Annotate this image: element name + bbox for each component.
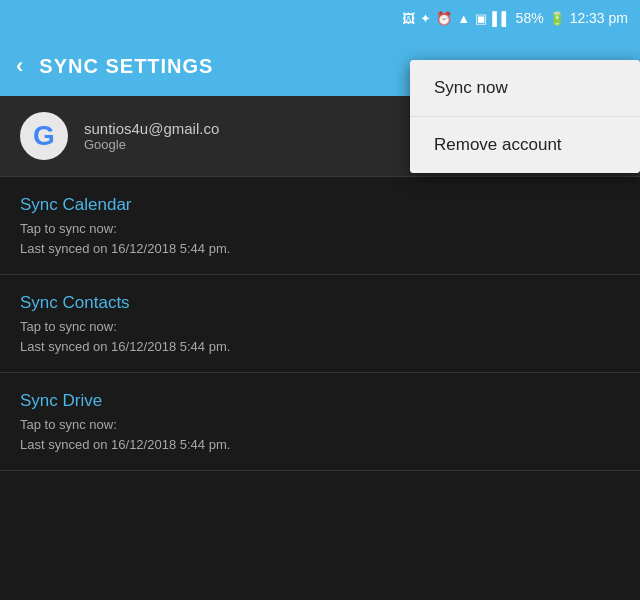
- account-type: Google: [84, 137, 219, 152]
- sync-drive-last: Last synced on 16/12/2018 5:44 pm.: [20, 435, 620, 455]
- sync-drive-item[interactable]: Sync Drive Tap to sync now: Last synced …: [0, 373, 640, 471]
- alarm-icon: ⏰: [436, 11, 452, 26]
- sync-calendar-item[interactable]: Sync Calendar Tap to sync now: Last sync…: [0, 177, 640, 275]
- signal-icon: ▌▌: [492, 11, 510, 26]
- sync-calendar-title: Sync Calendar: [20, 195, 620, 215]
- sync-calendar-last: Last synced on 16/12/2018 5:44 pm.: [20, 239, 620, 259]
- image-icon: 🖼: [402, 11, 415, 26]
- status-icons: 🖼 ✦ ⏰ ▲ ▣ ▌▌ 58% 🔋 12:33 pm: [402, 10, 628, 26]
- sync-contacts-item[interactable]: Sync Contacts Tap to sync now: Last sync…: [0, 275, 640, 373]
- bluetooth-icon: ✦: [420, 11, 431, 26]
- battery-icon: 🔋: [549, 11, 565, 26]
- battery-text: 58%: [516, 10, 544, 26]
- page-title: SYNC SETTINGS: [39, 55, 213, 78]
- account-email: suntios4u@gmail.co: [84, 120, 219, 137]
- screen-icon: ▣: [475, 11, 487, 26]
- dropdown-menu: Sync now Remove account: [410, 60, 640, 173]
- remove-account-button[interactable]: Remove account: [410, 117, 640, 173]
- sync-drive-tap: Tap to sync now:: [20, 415, 620, 435]
- sync-list: Sync Calendar Tap to sync now: Last sync…: [0, 177, 640, 471]
- sync-calendar-tap: Tap to sync now:: [20, 219, 620, 239]
- sync-now-button[interactable]: Sync now: [410, 60, 640, 117]
- time-text: 12:33 pm: [570, 10, 628, 26]
- back-button[interactable]: ‹: [16, 53, 23, 79]
- sync-contacts-tap: Tap to sync now:: [20, 317, 620, 337]
- google-logo: G: [20, 112, 68, 160]
- account-info: suntios4u@gmail.co Google: [84, 120, 219, 152]
- sync-contacts-title: Sync Contacts: [20, 293, 620, 313]
- sync-drive-title: Sync Drive: [20, 391, 620, 411]
- google-g-icon: G: [33, 120, 55, 152]
- wifi-icon: ▲: [457, 11, 470, 26]
- status-bar: 🖼 ✦ ⏰ ▲ ▣ ▌▌ 58% 🔋 12:33 pm: [0, 0, 640, 36]
- sync-contacts-last: Last synced on 16/12/2018 5:44 pm.: [20, 337, 620, 357]
